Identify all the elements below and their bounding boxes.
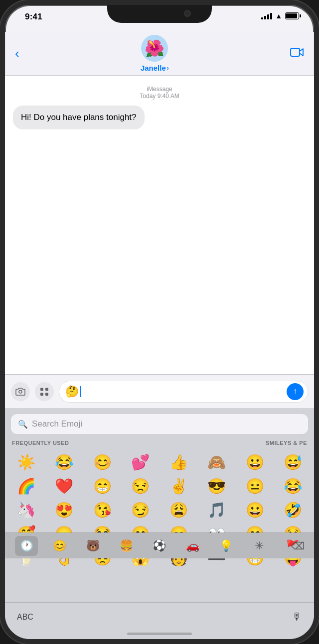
bottom-bar: ABC 🎙 [5, 602, 314, 639]
emoji-toolbar-travel[interactable]: 🚗 [181, 536, 204, 556]
emoji-cell[interactable]: 😒 [122, 474, 160, 498]
emoji-toolbar-animals[interactable]: 🐻 [82, 536, 105, 556]
category-frequently-used: FREQUENTLY USED [12, 440, 69, 446]
delete-button[interactable]: ⌫ [286, 536, 309, 556]
send-button[interactable]: ↑ [287, 383, 304, 400]
avatar: 🌺 [141, 35, 168, 62]
emoji-cell[interactable]: 🤣 [274, 498, 313, 522]
emoji-cell[interactable]: 🌈 [7, 474, 45, 498]
signal-bars-icon [261, 12, 272, 19]
video-icon [290, 47, 304, 58]
header: ‹ 🌺 Janelle › [5, 32, 314, 76]
apps-button[interactable] [35, 382, 54, 401]
emoji-search-bar[interactable]: 🔍 Search Emoji [11, 414, 308, 434]
input-area: 🤔 ↑ [5, 374, 314, 408]
svg-point-1 [19, 390, 22, 393]
svg-rect-3 [45, 388, 48, 391]
emoji-cell[interactable]: 😊 [83, 450, 122, 474]
emoji-cell[interactable]: 😁 [83, 474, 122, 498]
status-time: 9:41 [25, 12, 42, 22]
notch [107, 5, 212, 23]
camera-button[interactable] [11, 382, 30, 401]
emoji-toolbar-recent[interactable]: 🕐 [15, 536, 38, 556]
status-icons: ▲ [261, 12, 299, 20]
text-cursor [80, 386, 81, 397]
back-button[interactable]: ‹ [15, 46, 19, 61]
emoji-cell[interactable]: 🦄 [7, 498, 45, 522]
emoji-cell[interactable]: 💕 [122, 450, 160, 474]
emoji-toolbar-symbols[interactable]: ✳ [248, 536, 271, 556]
message-service-label: iMessage [13, 86, 306, 93]
emoji-cell[interactable]: 😏 [122, 498, 160, 522]
svg-rect-4 [40, 393, 43, 396]
contact-chevron-icon: › [167, 65, 169, 72]
emoji-cell[interactable]: 😂 [45, 450, 84, 474]
emoji-cell[interactable]: 👍 [160, 450, 198, 474]
abc-label[interactable]: ABC [17, 613, 33, 622]
emoji-cell[interactable]: 😀 [236, 450, 274, 474]
mic-icon[interactable]: 🎙 [292, 611, 302, 623]
emoji-cell[interactable]: ✌️ [160, 474, 198, 498]
message-bubble: Hi! Do you have plans tonight? [13, 106, 145, 129]
emoji-category-header: FREQUENTLY USED SMILEYS & PE [5, 438, 314, 448]
message-input[interactable]: 🤔 ↑ [59, 381, 308, 403]
emoji-cell[interactable]: 😍 [45, 498, 84, 522]
emoji-toolbar: 🕐😊🐻🍔⚽🚗💡✳🚩⌫ [5, 533, 314, 558]
battery-icon [285, 12, 299, 19]
message-timestamp: Today 9:40 AM [13, 93, 306, 100]
emoji-cell[interactable]: 🙈 [198, 450, 236, 474]
emoji-cell[interactable]: 🎵 [198, 498, 236, 522]
emoji-cell[interactable]: 😅 [274, 450, 313, 474]
contact-name-row: Janelle › [141, 64, 169, 72]
search-icon: 🔍 [18, 420, 28, 429]
emoji-cell[interactable]: 😎 [198, 474, 236, 498]
emoji-cell[interactable]: 😐 [236, 474, 274, 498]
emoji-cell[interactable]: 😩 [160, 498, 198, 522]
emoji-cell[interactable]: 😘 [83, 498, 122, 522]
apps-icon [40, 387, 49, 396]
emoji-cell[interactable]: ☀️ [7, 450, 45, 474]
svg-rect-2 [40, 388, 43, 391]
contact-info[interactable]: 🌺 Janelle › [141, 35, 169, 72]
svg-rect-5 [45, 393, 48, 396]
home-indicator [127, 633, 192, 635]
camera-icon [15, 388, 25, 396]
emoji-toolbar-objects[interactable]: 💡 [214, 536, 237, 556]
input-emoji: 🤔 [65, 385, 79, 398]
emoji-search-placeholder: Search Emoji [32, 419, 82, 429]
emoji-toolbar-food[interactable]: 🍔 [115, 536, 138, 556]
emoji-keyboard: 🔍 Search Emoji FREQUENTLY USED SMILEYS &… [5, 408, 314, 639]
wifi-icon: ▲ [275, 12, 282, 20]
message-meta: iMessage Today 9:40 AM [13, 86, 306, 100]
category-smileys: SMILEYS & PE [266, 440, 307, 446]
messages-area: iMessage Today 9:40 AM Hi! Do you have p… [5, 76, 314, 380]
received-message: Hi! Do you have plans tonight? [13, 106, 306, 129]
video-call-button[interactable] [290, 47, 304, 61]
emoji-cell[interactable]: ❤️ [45, 474, 84, 498]
emoji-toolbar-activities[interactable]: ⚽ [148, 536, 171, 556]
camera-dot [184, 10, 191, 17]
svg-rect-0 [291, 48, 300, 56]
emoji-cell[interactable]: 😀 [236, 498, 274, 522]
send-arrow-icon: ↑ [293, 387, 297, 396]
phone-frame: 9:41 ▲ ‹ 🌺 Janelle › [0, 0, 319, 644]
emoji-cell[interactable]: 😂 [274, 474, 313, 498]
emoji-toolbar-smileys[interactable]: 😊 [48, 536, 71, 556]
